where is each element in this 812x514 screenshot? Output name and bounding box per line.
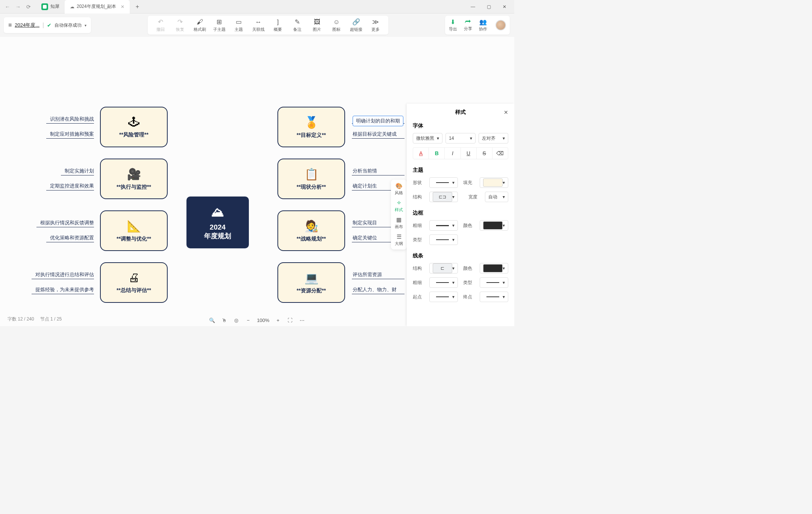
note-button[interactable]: ✎备注	[288, 18, 307, 32]
more-button[interactable]: ≫更多	[366, 18, 385, 32]
mouse-icon[interactable]: 🖱	[221, 317, 227, 323]
side-tab-canvas[interactable]: ▦画布	[395, 216, 403, 230]
export-button[interactable]: ⬇导出	[449, 18, 457, 32]
strike-button[interactable]: S	[477, 148, 492, 159]
branch-node[interactable]: 💻**资源分配**	[277, 262, 345, 303]
link-button[interactable]: 🔗超链接	[346, 18, 366, 32]
border-color-select[interactable]: ▾	[480, 220, 508, 231]
leaf-node[interactable]: 识别潜在风险和挑战	[46, 116, 94, 122]
structure-select[interactable]: ⊏⊐▾	[429, 192, 458, 202]
panel-title: 样式	[455, 109, 466, 116]
branch-node[interactable]: 🏅**目标定义**	[277, 107, 345, 147]
fill-select[interactable]: ▾	[480, 177, 508, 188]
redo-button[interactable]: ↷恢复	[170, 18, 190, 32]
share-icon: ⮫	[465, 18, 471, 25]
font-size-select[interactable]: 14▾	[445, 133, 475, 144]
leaf-node[interactable]: 评估所需资源	[353, 271, 382, 278]
nav-back[interactable]: ←	[3, 2, 12, 11]
fit-icon[interactable]: ⛶	[287, 317, 294, 323]
side-tab-outline[interactable]: ☰大纲	[395, 233, 403, 246]
tab-close-icon[interactable]: ✕	[121, 4, 124, 9]
line-color-select[interactable]: ▾	[480, 263, 508, 274]
leaf-node[interactable]: 提炼经验，为未来提供参考	[32, 286, 94, 293]
line-thick-select[interactable]: ▾	[429, 277, 458, 288]
leaf-node[interactable]: 定期监控进度和效果	[46, 183, 94, 189]
text-align-select[interactable]: 左对齐▾	[479, 133, 508, 144]
topic-button[interactable]: ▭主题	[229, 18, 248, 32]
leaf-node[interactable]: 根据目标设定关键成	[353, 131, 397, 138]
search-icon[interactable]: 🔍	[209, 317, 215, 323]
branch-node[interactable]: 🧑‍🎨**战略规划**	[277, 210, 345, 251]
node-count: 节点 1 / 25	[40, 316, 62, 322]
leaf-node[interactable]: 确定关键位	[353, 234, 377, 241]
panel-close-icon[interactable]: ✕	[504, 109, 508, 115]
leaf-node[interactable]: 对执行情况进行总结和评估	[32, 271, 94, 278]
font-family-select[interactable]: 微软雅黑▾	[413, 133, 442, 144]
leaf-node[interactable]: 制定实现目	[353, 219, 377, 226]
line-struct-select[interactable]: ⊏▾	[429, 263, 458, 274]
format-brush-button[interactable]: 🖌格式刷	[190, 18, 209, 32]
relation-button[interactable]: ↔关联线	[248, 18, 268, 32]
app-logo-icon	[41, 3, 48, 10]
leaf-node[interactable]: 分配人力、物力、财	[353, 286, 397, 293]
autosave-status: 自动保存成功	[55, 22, 82, 29]
leaf-node[interactable]: 根据执行情况和反馈调整	[36, 219, 94, 226]
collab-button[interactable]: 👥协作	[479, 18, 487, 32]
line-section-title: 线条	[413, 252, 508, 259]
nav-forward[interactable]: →	[14, 2, 23, 11]
undo-button[interactable]: ↶撤回	[151, 18, 170, 32]
leaf-node[interactable]: 制定应对措施和预案	[46, 131, 94, 138]
leaf-node[interactable]: 优化策略和资源配置	[46, 234, 94, 241]
clear-format-button[interactable]: ⌫	[492, 148, 508, 159]
subtopic-button[interactable]: ⊞子主题	[209, 18, 229, 32]
leaf-node[interactable]: 制定实施计划	[61, 168, 94, 174]
doc-title[interactable]: 2024年度...	[15, 22, 39, 29]
window-maximize[interactable]: ▢	[482, 2, 495, 12]
doc-tab[interactable]: ☁ 2024年度规划_副本 ✕	[65, 0, 130, 14]
menu-icon[interactable]: ≡	[8, 22, 12, 29]
zoom-in-button[interactable]: +	[275, 317, 282, 323]
autosave-dropdown-icon[interactable]: ▾	[85, 23, 86, 27]
branch-node[interactable]: 🕹**风险管理**	[100, 107, 168, 147]
app-tab-label: 知犀	[50, 3, 59, 10]
side-tab-style[interactable]: ✧样式	[395, 200, 403, 213]
user-avatar[interactable]	[495, 20, 506, 30]
branch-node[interactable]: 📐**调整与优化**	[100, 210, 168, 251]
zoom-out-button[interactable]: −	[245, 317, 251, 323]
branch-node[interactable]: 🖨**总结与评估**	[100, 262, 168, 303]
window-close[interactable]: ✕	[498, 2, 511, 12]
font-color-button[interactable]: A	[413, 148, 429, 159]
width-select[interactable]: 自动▾	[485, 192, 508, 202]
line-type-select[interactable]: ▾	[480, 277, 508, 288]
line-start-select[interactable]: ▾	[429, 292, 458, 302]
image-button[interactable]: 🖼图片	[307, 18, 327, 32]
border-type-select[interactable]: ▾	[429, 234, 458, 245]
nav-reload[interactable]: ⟳	[24, 2, 33, 11]
italic-button[interactable]: I	[445, 148, 461, 159]
window-minimize[interactable]: —	[466, 2, 480, 12]
subtopic-icon: ⊞	[217, 18, 222, 26]
leaf-node[interactable]: 确定计划生	[353, 183, 377, 189]
leaf-node[interactable]: 明确计划的目的和期	[353, 116, 403, 126]
summary-button[interactable]: ]概要	[268, 18, 288, 32]
icon-button[interactable]: ☺图标	[327, 18, 346, 32]
mind-center-node[interactable]: ⛰ 2024 年度规划	[186, 197, 249, 248]
underline-button[interactable]: U	[461, 148, 477, 159]
shape-select[interactable]: ▾	[429, 177, 458, 188]
border-thick-select[interactable]: ▾	[429, 220, 458, 231]
word-count: 字数 12 / 240	[8, 316, 34, 322]
share-button[interactable]: ⮫分享	[464, 18, 472, 32]
side-tab-style-theme[interactable]: 🎨风格	[395, 183, 403, 196]
branch-node[interactable]: 🎥**执行与监控**	[100, 159, 168, 199]
tab-add-button[interactable]: +	[132, 2, 142, 12]
branch-node[interactable]: 📋**现状分析**	[277, 159, 345, 199]
line-end-select[interactable]: ▾	[480, 292, 508, 302]
app-tab[interactable]: 知犀	[36, 0, 65, 14]
collab-icon: 👥	[479, 18, 487, 26]
more-icon[interactable]: ⋯	[299, 317, 306, 323]
compass-icon[interactable]: ◎	[233, 317, 239, 323]
bold-button[interactable]: B	[429, 148, 445, 159]
leaf-node[interactable]: 分析当前情	[353, 168, 377, 174]
font-section-title: 字体	[413, 122, 508, 129]
center-subtitle: 年度规划	[204, 231, 231, 240]
